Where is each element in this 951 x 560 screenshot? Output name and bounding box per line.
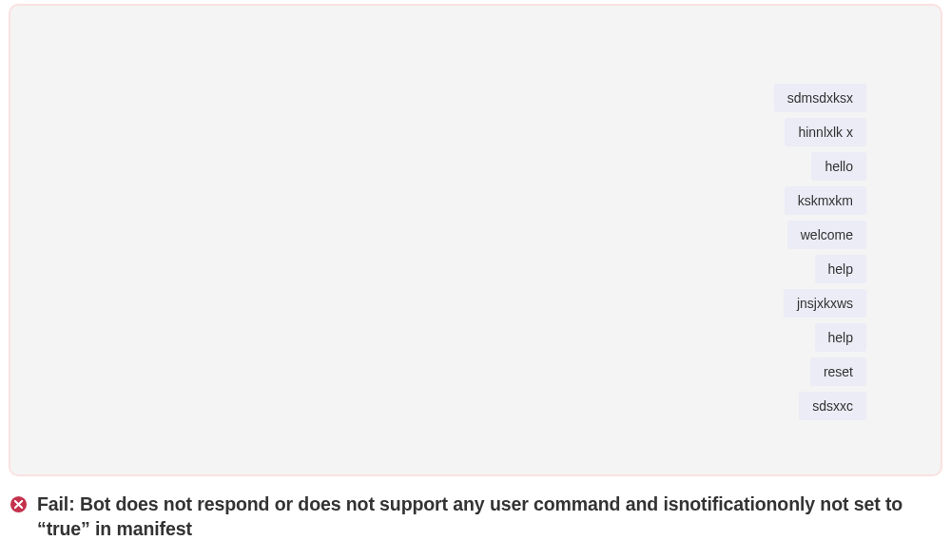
message-bubble[interactable]: hinnlxlk x <box>785 118 866 146</box>
message-bubble[interactable]: help <box>815 323 866 352</box>
error-message: Bot does not respond or does not support… <box>37 493 902 539</box>
message-bubble[interactable]: sdsxxc <box>799 392 866 420</box>
message-bubble[interactable]: welcome <box>787 221 866 249</box>
message-bubble[interactable]: reset <box>810 357 866 386</box>
chat-panel: sdmsdxksx hinnlxlk x hello kskmxkm welco… <box>9 4 942 476</box>
message-bubble[interactable]: hello <box>811 152 866 181</box>
error-label: Fail: <box>37 493 80 514</box>
message-bubble[interactable]: kskmxkm <box>785 186 866 215</box>
error-text: Fail: Bot does not respond or does not s… <box>37 492 941 542</box>
error-icon <box>10 495 28 513</box>
messages-column: sdmsdxksx hinnlxlk x hello kskmxkm welco… <box>774 84 866 420</box>
message-bubble[interactable]: sdmsdxksx <box>774 84 866 112</box>
message-bubble[interactable]: jnsjxkxws <box>784 289 866 318</box>
message-bubble[interactable]: help <box>815 255 866 283</box>
error-row: Fail: Bot does not respond or does not s… <box>0 476 951 542</box>
